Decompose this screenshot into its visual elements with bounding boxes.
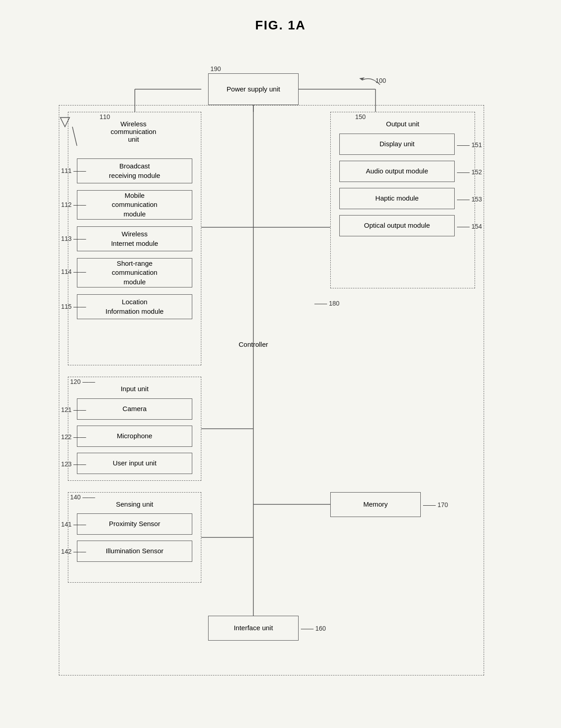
ref-190: 190 bbox=[210, 65, 221, 72]
memory-box: Memory bbox=[330, 492, 421, 517]
display-box: Display unit bbox=[339, 134, 455, 155]
mobile-comm-box: Mobilecommunicationmodule bbox=[77, 190, 192, 220]
broadcast-box: Broadcastreceiving module bbox=[77, 158, 192, 183]
ref-170: —— 170 bbox=[423, 501, 448, 508]
figure-title: FIG. 1A bbox=[27, 18, 534, 33]
ref-150: 150 bbox=[355, 113, 366, 120]
location-box: LocationInformation module bbox=[77, 294, 192, 319]
input-unit-label: Input unit bbox=[77, 385, 192, 393]
ref-154: —— 154 bbox=[457, 223, 482, 230]
ref-111: 111 —— bbox=[61, 167, 86, 174]
ref-115: 115 —— bbox=[61, 303, 86, 310]
ref-160: —— 160 bbox=[301, 625, 326, 632]
short-range-box: Short-rangecommunicationmodule bbox=[77, 258, 192, 287]
device-arrow bbox=[348, 71, 385, 89]
ref-123: 123 —— bbox=[61, 460, 86, 468]
ref-142: 142 —— bbox=[61, 548, 86, 555]
svg-marker-0 bbox=[359, 77, 365, 80]
audio-output-box: Audio output module bbox=[339, 161, 455, 182]
ref-112: 112 —— bbox=[61, 201, 86, 208]
controller-label: Controller bbox=[208, 340, 299, 348]
ref-153: —— 153 bbox=[457, 196, 482, 203]
power-supply-box: Power supply unit bbox=[208, 73, 299, 105]
ref-180: —— 180 bbox=[314, 300, 339, 307]
interface-box: Interface unit bbox=[208, 616, 299, 641]
diagram: Power supply unit 190 100 110 Wirelessco… bbox=[32, 46, 529, 721]
illumination-box: Illumination Sensor bbox=[77, 541, 192, 562]
microphone-box: Microphone bbox=[77, 426, 192, 447]
ref-114: 114 —— bbox=[61, 268, 86, 275]
ref-151: —— 151 bbox=[457, 141, 482, 148]
ref-110: 110 bbox=[100, 113, 110, 120]
haptic-box: Haptic module bbox=[339, 188, 455, 209]
page: FIG. 1A Power supply unit 190 100 110 Wi… bbox=[0, 0, 561, 728]
output-unit-label: Output unit bbox=[335, 120, 471, 128]
ref-122: 122 —— bbox=[61, 433, 86, 441]
sensing-unit-label: Sensing unit bbox=[77, 500, 192, 508]
camera-box: Camera bbox=[77, 398, 192, 420]
proximity-box: Proximity Sensor bbox=[77, 513, 192, 535]
antenna-icon: ▽ bbox=[60, 113, 70, 129]
ref-121: 121 —— bbox=[61, 406, 86, 413]
ref-140: 140 —— bbox=[70, 493, 95, 501]
wireless-comm-label: Wirelesscommunicationunit bbox=[77, 120, 190, 143]
ref-152: —— 152 bbox=[457, 168, 482, 176]
optical-output-box: Optical output module bbox=[339, 215, 455, 236]
ref-141: 141 —— bbox=[61, 521, 86, 528]
user-input-box: User input unit bbox=[77, 453, 192, 474]
ref-113: 113 —— bbox=[61, 235, 86, 242]
ref-120: 120 —— bbox=[70, 378, 95, 385]
wireless-internet-box: WirelessInternet module bbox=[77, 226, 192, 251]
